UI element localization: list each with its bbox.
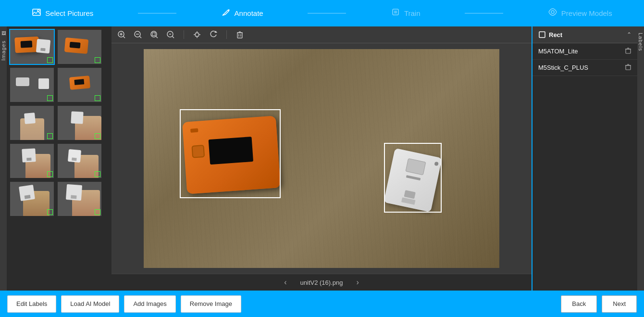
svg-line-10: [140, 37, 142, 38]
annotation-box-m5atom[interactable]: [180, 109, 281, 198]
list-item[interactable]: [9, 105, 55, 141]
edit-labels-button[interactable]: Edit Labels: [7, 295, 56, 313]
thumb-corner: [95, 133, 100, 139]
images-tab-icon: 🖼: [1, 31, 6, 36]
next-image-button[interactable]: ›: [352, 276, 362, 289]
annotate-icon: [221, 7, 231, 19]
annotation-box-m5stick[interactable]: [384, 143, 442, 213]
thumb-corner: [95, 95, 100, 101]
annotate-label: Annotate: [235, 9, 263, 17]
select-pictures-label: Select Pictures: [45, 9, 93, 17]
back-button[interactable]: Back: [561, 295, 597, 313]
list-item[interactable]: [9, 143, 55, 179]
zoom-reset-button[interactable]: [165, 29, 176, 40]
canvas-area: ‹ unitV2 (16).png ›: [111, 26, 532, 291]
nav-sep-3: [465, 13, 503, 13]
images-tab-bar[interactable]: 🖼 Images: [0, 26, 7, 291]
thumb-corner: [95, 209, 100, 215]
thumb-corner: [95, 171, 100, 177]
canvas-image-area[interactable]: [111, 43, 532, 274]
preview-models-label: Preview Models: [561, 9, 612, 17]
select-pictures-icon: [32, 7, 41, 19]
add-images-button[interactable]: Add Images: [124, 295, 175, 313]
list-item[interactable]: [9, 29, 55, 65]
svg-rect-20: [237, 33, 242, 38]
thumb-row-1: [9, 29, 109, 65]
preview-models-icon: [548, 7, 557, 19]
label-item-m5atom[interactable]: M5ATOM_Lite: [533, 43, 637, 60]
thumb-corner: [95, 57, 100, 63]
labels-sidebar: Rect ⌃ M5ATOM_Lite M5Stick_C_PLUS: [532, 26, 637, 291]
canvas-filename: unitV2 (16).png: [300, 279, 343, 286]
svg-rect-25: [539, 32, 545, 38]
thumb-row-5: [9, 181, 109, 217]
images-tab-label[interactable]: Images: [0, 37, 7, 64]
tool-separator-1: [184, 30, 184, 39]
list-item[interactable]: [57, 181, 102, 217]
svg-line-16: [173, 37, 174, 38]
labels-title: Rect: [538, 31, 562, 38]
nav-sep-1: [138, 13, 176, 13]
zoom-in-button[interactable]: [116, 29, 127, 40]
labels-collapse-button[interactable]: ⌃: [627, 31, 632, 38]
zoom-fit-button[interactable]: [149, 29, 160, 40]
load-ai-model-button[interactable]: Load AI Model: [61, 295, 119, 313]
nav-preview-models[interactable]: Preview Models: [548, 7, 612, 19]
zoom-out-button[interactable]: [133, 29, 143, 40]
thumb-row-4: [9, 143, 109, 179]
thumb-corner: [47, 133, 53, 139]
svg-rect-14: [152, 33, 155, 36]
bottom-toolbar: Edit Labels Load AI Model Add Images Rem…: [0, 291, 644, 317]
list-item[interactable]: [57, 105, 102, 141]
list-item[interactable]: [9, 181, 55, 217]
svg-line-13: [156, 37, 158, 38]
nav-train[interactable]: Train: [391, 7, 421, 19]
top-navigation: Select Pictures Annotate Train Prev: [0, 0, 644, 26]
thumb-corner: [47, 209, 53, 215]
remove-image-button[interactable]: Remove Image: [181, 295, 241, 313]
list-item[interactable]: [57, 143, 102, 179]
thumb-row-3: [9, 105, 109, 141]
label-name-m5stick: M5Stick_C_PLUS: [538, 64, 588, 71]
pan-tool-button[interactable]: [192, 29, 202, 40]
list-item[interactable]: [57, 29, 102, 65]
list-item[interactable]: [9, 67, 55, 103]
label-delete-m5atom[interactable]: [625, 47, 632, 55]
thumb-corner: [47, 171, 53, 177]
nav-sep-2: [308, 13, 346, 13]
thumb-row-2: [9, 67, 109, 103]
thumbnail-panel[interactable]: [7, 26, 111, 291]
canvas-navigation: ‹ unitV2 (16).png ›: [111, 274, 532, 291]
train-icon: [391, 7, 400, 19]
delete-annotation-button[interactable]: [235, 29, 245, 40]
bottom-right-actions: Back Next: [561, 295, 637, 313]
svg-point-4: [551, 11, 554, 13]
label-item-m5stick[interactable]: M5Stick_C_PLUS: [533, 60, 637, 76]
svg-point-12: [151, 31, 157, 37]
labels-tab-bar[interactable]: Labels: [637, 26, 644, 291]
svg-line-6: [124, 37, 125, 38]
label-delete-m5stick[interactable]: [625, 63, 632, 72]
labels-header: Rect ⌃: [533, 26, 637, 43]
list-item[interactable]: [57, 67, 102, 103]
label-name-m5atom: M5ATOM_Lite: [538, 48, 578, 55]
nav-select-pictures[interactable]: Select Pictures: [32, 7, 93, 19]
thumb-corner: [47, 95, 53, 101]
main-annotation-image[interactable]: [144, 49, 499, 268]
train-label: Train: [404, 9, 421, 17]
labels-title-text: Rect: [549, 31, 562, 38]
prev-image-button[interactable]: ‹: [280, 276, 290, 289]
svg-rect-26: [626, 49, 631, 53]
svg-rect-3: [394, 11, 397, 13]
next-button[interactable]: Next: [602, 295, 637, 313]
main-layout: 🖼 Images: [0, 26, 644, 291]
labels-tab-label[interactable]: Labels: [637, 29, 644, 55]
tool-separator-2: [226, 30, 227, 39]
bottom-left-actions: Edit Labels Load AI Model Add Images Rem…: [7, 295, 241, 313]
thumb-corner: [47, 57, 53, 63]
nav-annotate[interactable]: Annotate: [221, 7, 263, 19]
svg-rect-29: [626, 65, 631, 70]
canvas-toolbar: [111, 26, 532, 43]
svg-rect-18: [196, 33, 199, 37]
rotate-tool-button[interactable]: [208, 29, 219, 40]
